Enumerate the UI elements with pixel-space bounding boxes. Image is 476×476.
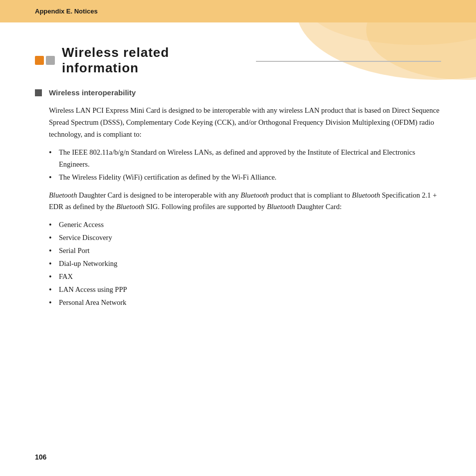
- subsection-title: Wireless interoperability: [49, 88, 136, 97]
- paragraph-1: Wireless LAN PCI Express Mini Card is de…: [49, 105, 441, 141]
- list-item: Generic Access: [49, 219, 441, 231]
- bluetooth-italic-4: Bluetooth: [116, 203, 144, 211]
- heading-line: [256, 61, 441, 62]
- para2-end: Daughter Card:: [295, 203, 341, 211]
- subsection-square: [35, 89, 42, 96]
- paragraph-2: Bluetooth Daughter Card is designed to b…: [49, 190, 441, 214]
- subsection-heading: Wireless interoperability: [35, 88, 441, 97]
- bullet-list-1: The IEEE 802.11a/b/g/n Standard on Wirel…: [49, 147, 441, 184]
- section-heading: Wireless related information: [35, 45, 441, 76]
- list-item: Serial Port: [49, 245, 441, 257]
- list-item: Service Discovery: [49, 232, 441, 244]
- header-title: Appendix E. Notices: [35, 7, 98, 15]
- list-item: Dial-up Networking: [49, 258, 441, 270]
- main-content: Wireless related information Wireless in…: [0, 22, 476, 476]
- list-item: LAN Access using PPP: [49, 284, 441, 296]
- bullet-list-2: Generic Access Service Discovery Serial …: [49, 219, 441, 308]
- list-item: FAX: [49, 271, 441, 283]
- page-number: 106: [35, 453, 46, 461]
- para2-mid2: product that is compliant to: [269, 191, 352, 199]
- orange-square: [35, 56, 44, 65]
- para2-mid4: SIG. Following profiles are supported by: [144, 203, 267, 211]
- list-item: The IEEE 802.11a/b/g/n Standard on Wirel…: [49, 147, 441, 171]
- list-item: Personal Area Network: [49, 297, 441, 309]
- para2-mid1: Daughter Card is designed to be interope…: [77, 191, 240, 199]
- bluetooth-italic-1: Bluetooth: [49, 191, 77, 199]
- list-item: The Wireless Fidelity (WiFi) certificati…: [49, 172, 441, 184]
- bluetooth-italic-3: Bluetooth: [352, 191, 380, 199]
- header-bar: Appendix E. Notices: [0, 0, 476, 22]
- bluetooth-italic-5: Bluetooth: [267, 203, 295, 211]
- heading-squares: [35, 56, 55, 65]
- bluetooth-italic-2: Bluetooth: [240, 191, 268, 199]
- section-title: Wireless related information: [62, 45, 247, 76]
- gray-square: [46, 56, 55, 65]
